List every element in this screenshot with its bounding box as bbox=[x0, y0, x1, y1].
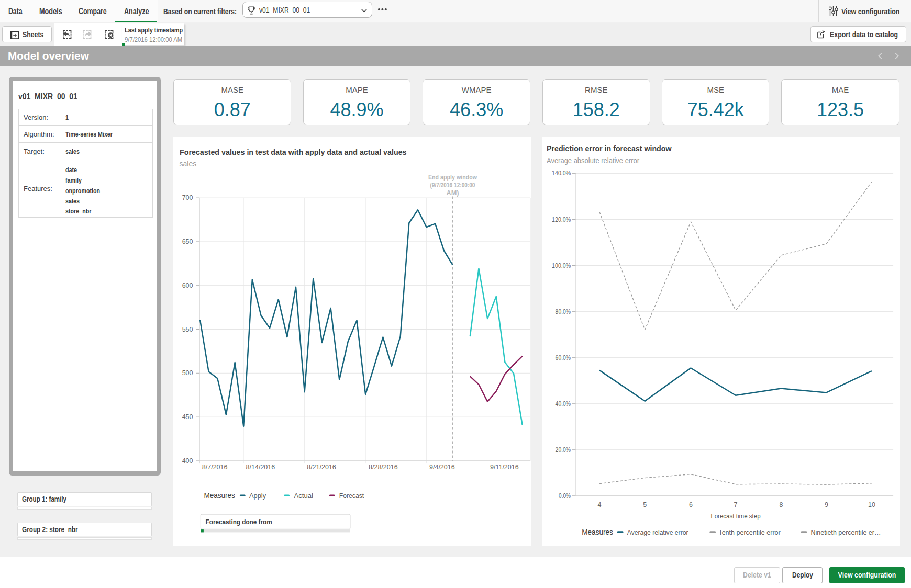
svg-text:60.0%: 60.0% bbox=[556, 354, 571, 361]
svg-text:8/14/2016: 8/14/2016 bbox=[246, 463, 275, 471]
svg-text:8/28/2016: 8/28/2016 bbox=[369, 463, 398, 471]
svg-text:Forecast time step: Forecast time step bbox=[711, 512, 761, 520]
svg-text:40.0%: 40.0% bbox=[556, 400, 571, 408]
svg-text:AM): AM) bbox=[447, 189, 459, 197]
svg-text:Ninetieth percentile er…: Ninetieth percentile er… bbox=[811, 528, 881, 536]
svg-text:Tenth percentile error: Tenth percentile error bbox=[719, 528, 781, 536]
svg-text:400: 400 bbox=[182, 457, 193, 465]
svg-text:Forecast: Forecast bbox=[339, 492, 364, 500]
svg-text:9/4/2016: 9/4/2016 bbox=[429, 463, 455, 471]
svg-text:450: 450 bbox=[182, 413, 193, 421]
svg-text:0.0%: 0.0% bbox=[559, 492, 571, 500]
svg-text:650: 650 bbox=[182, 238, 193, 245]
svg-text:8/21/2016: 8/21/2016 bbox=[307, 463, 336, 471]
svg-text:Measures: Measures bbox=[582, 527, 614, 536]
svg-text:5: 5 bbox=[643, 501, 647, 508]
svg-text:6: 6 bbox=[689, 501, 693, 508]
svg-text:Actual: Actual bbox=[294, 492, 313, 500]
svg-text:8: 8 bbox=[780, 501, 783, 508]
svg-text:Forecasting done from: Forecasting done from bbox=[206, 518, 272, 526]
svg-text:Measures: Measures bbox=[204, 491, 235, 500]
svg-text:700: 700 bbox=[182, 194, 193, 201]
svg-text:100.0%: 100.0% bbox=[552, 262, 571, 269]
svg-text:4: 4 bbox=[598, 501, 602, 508]
svg-text:(9/7/2016 12:00:00: (9/7/2016 12:00:00 bbox=[430, 182, 475, 189]
svg-text:8/7/2016: 8/7/2016 bbox=[202, 463, 228, 471]
svg-text:550: 550 bbox=[182, 326, 193, 333]
svg-text:End apply window: End apply window bbox=[428, 174, 477, 181]
svg-text:80.0%: 80.0% bbox=[556, 308, 571, 315]
svg-text:140.0%: 140.0% bbox=[552, 170, 571, 177]
svg-text:20.0%: 20.0% bbox=[556, 446, 571, 454]
svg-text:10: 10 bbox=[868, 501, 875, 508]
svg-text:9/11/2016: 9/11/2016 bbox=[490, 463, 519, 471]
svg-text:500: 500 bbox=[182, 370, 193, 377]
svg-text:Average relative error: Average relative error bbox=[627, 528, 688, 536]
svg-text:9: 9 bbox=[825, 501, 828, 508]
svg-text:Apply: Apply bbox=[249, 492, 266, 500]
svg-text:120.0%: 120.0% bbox=[552, 216, 571, 223]
svg-text:7: 7 bbox=[734, 501, 738, 508]
svg-text:600: 600 bbox=[182, 282, 193, 289]
